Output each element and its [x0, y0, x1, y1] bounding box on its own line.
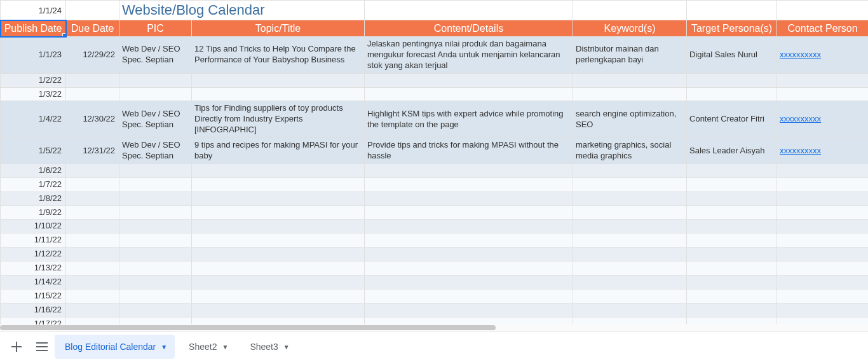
cell-due-date[interactable]	[66, 303, 119, 317]
cell-content[interactable]: Provide tips and tricks for making MPASI…	[365, 138, 573, 164]
tab-sheet3[interactable]: Sheet3 ▼	[240, 335, 297, 359]
cell-publish-date[interactable]: 1/8/22	[1, 191, 66, 205]
cell-topic[interactable]	[192, 303, 365, 317]
cell-publish-date[interactable]: 1/6/22	[1, 164, 66, 178]
cell-content[interactable]	[365, 87, 573, 101]
cell-publish-date[interactable]: 1/9/22	[1, 205, 66, 219]
cell-keywords[interactable]	[573, 164, 687, 178]
cell-pic[interactable]: Web Dev / SEO Spec. Septian	[119, 37, 192, 74]
cell-contact[interactable]	[777, 247, 868, 261]
horizontal-scrollbar[interactable]	[0, 324, 868, 331]
cell-publish-date[interactable]: 1/12/22	[1, 247, 66, 261]
cell-topic[interactable]	[192, 73, 365, 87]
header-due-date[interactable]: Due Date	[66, 20, 119, 37]
cell-content[interactable]	[365, 191, 573, 205]
cell-publish-date[interactable]: 1/7/22	[1, 178, 66, 191]
cell-persona[interactable]	[687, 164, 777, 178]
header-pic[interactable]: PIC	[119, 20, 192, 37]
cell-topic[interactable]: 9 tips and recipes for making MPASI for …	[192, 138, 365, 164]
cell-contact[interactable]: xxxxxxxxxx	[777, 37, 868, 74]
cell-publish-date[interactable]: 1/2/22	[1, 73, 66, 87]
cell-keywords[interactable]	[573, 87, 687, 101]
cell-content[interactable]	[365, 164, 573, 178]
cell-publish-date[interactable]: 1/1/23	[1, 37, 66, 74]
cell-keywords[interactable]	[573, 275, 687, 289]
cell-due-date[interactable]: 12/30/22	[66, 101, 119, 138]
cell-topic[interactable]	[192, 178, 365, 191]
cell-keywords[interactable]	[573, 191, 687, 205]
cell-persona[interactable]	[687, 191, 777, 205]
cell-pic[interactable]	[119, 303, 192, 317]
cell-topic[interactable]	[192, 87, 365, 101]
cell-content[interactable]	[365, 205, 573, 219]
cell-pic[interactable]	[119, 261, 192, 275]
cell-persona[interactable]: Content Creator Fitri	[687, 101, 777, 138]
cell-pic[interactable]: Web Dev / SEO Spec. Septian	[119, 138, 192, 164]
cell-persona[interactable]	[687, 87, 777, 101]
cell-content[interactable]	[365, 303, 573, 317]
cell-pic[interactable]	[119, 191, 192, 205]
cell-contact[interactable]	[777, 275, 868, 289]
scroll-thumb[interactable]	[0, 325, 496, 330]
cell-contact[interactable]	[777, 178, 868, 191]
cell-due-date[interactable]	[66, 205, 119, 219]
cell-due-date[interactable]: 12/31/22	[66, 138, 119, 164]
cell-contact[interactable]	[777, 164, 868, 178]
all-sheets-button[interactable]	[29, 334, 55, 359]
cell-keywords[interactable]	[573, 233, 687, 247]
cell-contact[interactable]	[777, 73, 868, 87]
cell-due-date[interactable]	[66, 164, 119, 178]
cell-publish-date[interactable]: 1/3/22	[1, 87, 66, 101]
cell-publish-date[interactable]: 1/10/22	[1, 219, 66, 233]
contact-link[interactable]: xxxxxxxxxx	[780, 146, 821, 155]
cell-topic[interactable]	[192, 219, 365, 233]
spreadsheet-grid[interactable]: 1/1/24 Website/Blog Calendar Publish Dat…	[0, 0, 868, 331]
cell-topic[interactable]	[192, 233, 365, 247]
top-date-cell[interactable]: 1/1/24	[1, 1, 66, 20]
cell-publish-date[interactable]: 1/5/22	[1, 138, 66, 164]
cell-persona[interactable]	[687, 73, 777, 87]
cell-content[interactable]	[365, 178, 573, 191]
cell-pic[interactable]	[119, 233, 192, 247]
contact-link[interactable]: xxxxxxxxxx	[780, 114, 821, 123]
header-publish-date[interactable]: Publish Date	[1, 20, 66, 37]
cell-content[interactable]: Highlight KSM tips with expert advice wh…	[365, 101, 573, 138]
tab-sheet2[interactable]: Sheet2 ▼	[179, 335, 236, 359]
cell-due-date[interactable]	[66, 233, 119, 247]
cell-due-date[interactable]	[66, 73, 119, 87]
cell-content[interactable]: Jelaskan pentingnya nilai produk dan bag…	[365, 37, 573, 74]
cell-publish-date[interactable]: 1/4/22	[1, 101, 66, 138]
cell-topic[interactable]	[192, 275, 365, 289]
cell-keywords[interactable]	[573, 73, 687, 87]
cell-contact[interactable]	[777, 261, 868, 275]
cell-contact[interactable]: xxxxxxxxxx	[777, 101, 868, 138]
cell-persona[interactable]	[687, 275, 777, 289]
cell-persona[interactable]: Sales Leader Aisyah	[687, 138, 777, 164]
tab-blog-editorial-calendar[interactable]: Blog Editorial Calendar ▼	[55, 335, 175, 359]
cell-persona[interactable]	[687, 219, 777, 233]
cell-contact[interactable]	[777, 303, 868, 317]
cell-due-date[interactable]	[66, 219, 119, 233]
cell-persona[interactable]	[687, 289, 777, 303]
cell-due-date[interactable]	[66, 178, 119, 191]
cell-publish-date[interactable]: 1/14/22	[1, 275, 66, 289]
cell-pic[interactable]	[119, 164, 192, 178]
cell-publish-date[interactable]: 1/15/22	[1, 289, 66, 303]
cell-pic[interactable]	[119, 178, 192, 191]
cell-pic[interactable]	[119, 73, 192, 87]
cell-publish-date[interactable]: 1/11/22	[1, 233, 66, 247]
cell-contact[interactable]	[777, 191, 868, 205]
cell-persona[interactable]	[687, 303, 777, 317]
cell-pic[interactable]	[119, 247, 192, 261]
cell-content[interactable]	[365, 73, 573, 87]
cell-topic[interactable]	[192, 191, 365, 205]
cell-content[interactable]	[365, 261, 573, 275]
cell-topic[interactable]	[192, 164, 365, 178]
cell-keywords[interactable]: search engine optimization, SEO	[573, 101, 687, 138]
cell-persona[interactable]	[687, 205, 777, 219]
cell-keywords[interactable]	[573, 261, 687, 275]
cell-keywords[interactable]: Distributor mainan dan perlengkapan bayi	[573, 37, 687, 74]
cell-topic[interactable]: Tips for Finding suppliers of toy produc…	[192, 101, 365, 138]
cell-keywords[interactable]	[573, 219, 687, 233]
cell-topic[interactable]	[192, 205, 365, 219]
